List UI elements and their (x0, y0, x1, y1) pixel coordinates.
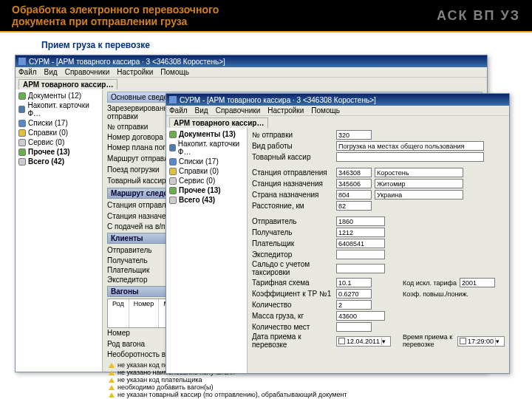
menu-help[interactable]: Помощь (311, 106, 340, 115)
tree-lists[interactable]: Списки (17) (168, 157, 245, 166)
stfrom-name[interactable] (375, 168, 463, 177)
menu-view[interactable]: Вид (195, 106, 208, 115)
date-picker[interactable]: 12.04.2011▾ (336, 336, 391, 347)
excl-input[interactable] (460, 278, 495, 287)
exped-input[interactable] (336, 250, 385, 259)
tree-ref[interactable]: Справки (0) (17, 128, 100, 137)
folder-icon (169, 187, 177, 194)
menu-file[interactable]: Файл (18, 68, 37, 76)
nav-tree: Документы (13) Накопит. карточки Ф… Спис… (166, 128, 248, 373)
cashier-input[interactable] (336, 152, 484, 162)
warning-item: необходимо добавить вагон(ы) (107, 383, 482, 391)
stto-name[interactable] (375, 179, 463, 188)
folder-icon (18, 92, 26, 100)
titlebar-text: СУРМ - [АРМ товарного кассира · 3 <34630… (29, 58, 225, 66)
tab-arm[interactable]: АРМ товарного кассир… (169, 117, 268, 128)
koef-input[interactable] (336, 289, 372, 299)
header-title: Обработка электронного перевозочного док… (12, 4, 437, 27)
tree-lists[interactable]: Списки (17) (17, 118, 100, 128)
stto-code[interactable] (336, 179, 372, 188)
nav-tree: Документы (12) Накопит. карточки Ф… Спис… (16, 89, 103, 372)
menu-ref[interactable]: Справочники (216, 106, 261, 115)
payer-input[interactable] (336, 239, 385, 248)
warning-item: не указан товарный кассир (по отправлени… (107, 391, 482, 398)
tree-cards[interactable]: Накопит. карточки Ф… (168, 139, 245, 157)
folder-icon (18, 139, 26, 146)
dist-input[interactable] (336, 201, 372, 211)
receiver-input[interactable] (336, 228, 385, 237)
stfrom-code[interactable] (336, 168, 372, 177)
warning-icon (109, 378, 115, 383)
tree-service[interactable]: Сервис (0) (17, 137, 100, 147)
saldo-input[interactable] (336, 264, 385, 273)
app-icon (18, 58, 26, 65)
menu-view[interactable]: Вид (44, 68, 58, 76)
tab-arm[interactable]: АРМ товарного кассир… (18, 79, 117, 89)
folder-icon (169, 158, 177, 166)
places-input[interactable] (336, 322, 372, 332)
tree-other[interactable]: Прочее (13) (168, 185, 245, 195)
warning-icon (109, 385, 115, 390)
tab-strip: АРМ товарного кассир… (16, 78, 487, 89)
folder-icon (169, 168, 177, 175)
warning-icon (109, 370, 115, 375)
folder-icon (169, 197, 177, 204)
work-input[interactable] (336, 141, 484, 151)
num-input[interactable] (336, 130, 372, 140)
country-name[interactable] (375, 190, 463, 200)
folder-icon (18, 158, 26, 166)
tree-ref[interactable]: Справки (0) (168, 166, 245, 176)
folder-icon (169, 177, 177, 185)
menubar[interactable]: Файл Вид Справочники Настройки Помощь (16, 67, 487, 78)
slide-header: Обработка электронного перевозочного док… (0, 0, 532, 33)
qty-input[interactable] (336, 300, 372, 310)
country-code[interactable] (336, 190, 372, 200)
folder-icon (18, 149, 26, 156)
folder-icon (18, 129, 26, 137)
folder-icon (169, 144, 176, 151)
checkbox-icon[interactable] (338, 338, 345, 344)
tree-all[interactable]: Всего (42) (17, 157, 100, 166)
brand-logo: АСК ВП УЗ (437, 8, 520, 24)
tree-service[interactable]: Сервис (0) (168, 176, 245, 185)
tarif-input[interactable] (336, 278, 372, 287)
folder-icon (18, 120, 26, 127)
time-picker[interactable]: 17:29:00▾ (457, 336, 505, 347)
menu-file[interactable]: Файл (169, 106, 188, 115)
menu-settings[interactable]: Настройки (267, 106, 304, 115)
menu-help[interactable]: Помощь (160, 68, 189, 76)
warning-item: не указан код плательщика (107, 376, 482, 383)
folder-icon (18, 106, 25, 113)
tree-all[interactable]: Всего (43) (168, 195, 245, 205)
titlebar[interactable]: СУРМ - [АРМ товарного кассира · 3 <34630… (16, 55, 487, 67)
tree-other[interactable]: Прочее (13) (17, 147, 100, 157)
tree-documents[interactable]: Документы (12) (17, 91, 100, 100)
tab-strip: АРМ товарного кассир… (166, 116, 509, 128)
warning-icon (109, 363, 115, 368)
warning-icon (109, 392, 115, 398)
menubar[interactable]: Файл Вид Справочники Настройки Помощь (166, 106, 509, 116)
window-front: СУРМ - [АРМ товарного кассира · 3 <34630… (166, 93, 510, 374)
menu-ref[interactable]: Справочники (65, 68, 110, 76)
form-front: № отправки Вид работы Товарный кассир Ст… (248, 128, 509, 373)
folder-icon (169, 131, 177, 138)
chevron-down-icon[interactable]: ▾ (495, 338, 502, 345)
mass-input[interactable] (336, 311, 385, 321)
time-label: Время приема к перевозке (403, 334, 454, 348)
titlebar[interactable]: СУРМ - [АРМ товарного кассира · 3 <34630… (166, 94, 509, 106)
excl-label: Код искл. тарифа (403, 279, 457, 287)
tree-documents[interactable]: Документы (13) (168, 129, 245, 139)
shipper-input[interactable] (336, 216, 385, 226)
titlebar-text: СУРМ - [АРМ товарного кассира · 3 <34630… (180, 96, 376, 104)
menu-settings[interactable]: Настройки (117, 68, 153, 76)
app-icon (169, 96, 177, 103)
tree-cards[interactable]: Накопит. карточки Ф… (17, 100, 100, 118)
checkbox-icon[interactable] (460, 338, 466, 344)
subtitle: Прием груза к перевозке (0, 33, 532, 55)
koef2-label: Коэф. повыш./пониж. (403, 290, 468, 298)
chevron-down-icon[interactable]: ▾ (381, 338, 389, 345)
